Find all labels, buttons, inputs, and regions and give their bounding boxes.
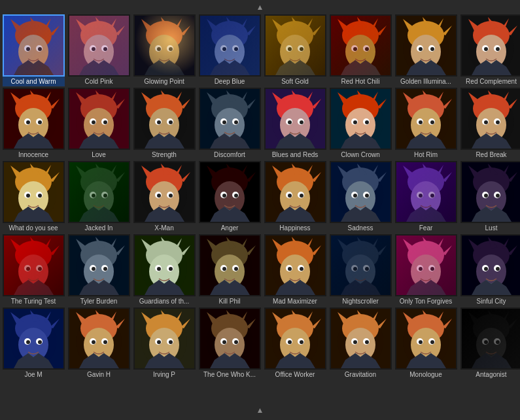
- grid-item-1[interactable]: Cold Pink: [67, 14, 131, 86]
- top-arrow[interactable]: ▲: [0, 0, 520, 14]
- grid-item-22[interactable]: Fear: [394, 161, 458, 233]
- grid-item-31[interactable]: Sinful City: [459, 234, 520, 306]
- grid-item-6[interactable]: Golden Illumina...: [394, 14, 458, 86]
- svg-point-404: [300, 267, 303, 271]
- grid-item-34[interactable]: Irving P: [132, 307, 196, 379]
- grid-item-4[interactable]: Soft Gold: [263, 14, 327, 86]
- svg-point-25: [92, 47, 95, 51]
- grid-item-13[interactable]: Clown Crown: [328, 88, 392, 160]
- svg-point-389: [222, 267, 226, 271]
- item-label-33: Gavin H: [68, 370, 130, 379]
- svg-point-557: [484, 340, 488, 344]
- thumb-canvas-15: [462, 89, 521, 149]
- thumb-wrapper-30: [395, 234, 457, 296]
- grid-item-0[interactable]: Cool and Warm: [1, 14, 65, 86]
- item-label-9: Love: [68, 150, 130, 160]
- thumb-canvas-32: [4, 309, 63, 368]
- grid-item-30[interactable]: Only Ton Forgives: [394, 234, 458, 306]
- thumb-canvas-18: [135, 162, 194, 222]
- thumb-canvas-14: [396, 89, 456, 149]
- grid-item-11[interactable]: Discomfort: [198, 88, 262, 160]
- svg-point-106: [476, 35, 506, 69]
- grid-item-12[interactable]: Blues and Reds: [263, 88, 327, 160]
- svg-point-363: [97, 273, 101, 276]
- svg-point-428: [411, 254, 441, 289]
- thumb-canvas-26: [135, 236, 194, 295]
- svg-point-68: [300, 47, 303, 51]
- item-label-17: Jacked In: [68, 223, 130, 233]
- svg-point-559: [489, 347, 493, 349]
- svg-point-81: [353, 47, 357, 51]
- svg-point-330: [476, 181, 506, 215]
- grid-item-25[interactable]: Tyler Burden: [67, 234, 131, 306]
- svg-point-193: [353, 120, 357, 124]
- svg-point-375: [157, 267, 161, 271]
- grid-item-35[interactable]: The One Who K...: [198, 307, 262, 379]
- grid-item-28[interactable]: Mad Maximizer: [263, 234, 327, 306]
- grid-item-10[interactable]: Strength: [132, 88, 196, 160]
- svg-point-92: [411, 35, 441, 69]
- bottom-arrow[interactable]: ▲: [0, 403, 520, 417]
- thumb-canvas-11: [200, 89, 260, 149]
- grid-item-29[interactable]: Nightscroller: [328, 234, 392, 306]
- item-label-37: Gravitation: [330, 370, 392, 379]
- grid-item-7[interactable]: Red Complement: [459, 14, 520, 86]
- item-label-32: Joe M: [3, 370, 65, 379]
- grid-item-33[interactable]: Gavin H: [67, 307, 131, 379]
- svg-point-167: [228, 127, 232, 130]
- svg-point-176: [280, 108, 310, 142]
- svg-point-218: [476, 108, 506, 142]
- grid-item-19[interactable]: Anger: [198, 161, 262, 233]
- svg-point-517: [293, 347, 297, 349]
- thumb-canvas-25: [69, 236, 129, 295]
- grid-item-36[interactable]: Office Worker: [263, 307, 327, 379]
- thumb-canvas-23: [462, 162, 521, 222]
- grid-item-39[interactable]: Antagonist: [459, 307, 520, 379]
- grid-item-3[interactable]: Deep Blue: [198, 14, 262, 86]
- svg-point-516: [300, 340, 303, 344]
- svg-point-320: [430, 194, 434, 198]
- grid-item-27[interactable]: Kill Phil: [198, 234, 262, 306]
- svg-point-544: [430, 340, 434, 344]
- svg-point-461: [31, 347, 35, 349]
- svg-point-526: [345, 328, 375, 362]
- grid-item-18[interactable]: X-Man: [132, 161, 196, 233]
- grid-item-5[interactable]: Red Hot Chili: [328, 14, 392, 86]
- grid-item-21[interactable]: Sadness: [328, 161, 392, 233]
- grid-item-17[interactable]: Jacked In: [67, 161, 131, 233]
- svg-point-361: [92, 267, 95, 271]
- thumb-canvas-19: [200, 162, 260, 222]
- thumb-wrapper-38: [395, 307, 457, 370]
- grid-item-23[interactable]: Lust: [459, 161, 520, 233]
- svg-point-208: [430, 120, 434, 124]
- grid-item-26[interactable]: Guardians of th...: [132, 234, 196, 306]
- thumb-wrapper-14: [395, 88, 457, 150]
- grid-item-2[interactable]: Glowing Point: [132, 14, 196, 86]
- svg-point-293: [293, 200, 297, 203]
- svg-point-27: [97, 54, 101, 56]
- grid-item-15[interactable]: Red Break: [459, 88, 520, 160]
- grid-item-20[interactable]: Happiness: [263, 161, 327, 233]
- thumb-wrapper-36: [264, 307, 326, 370]
- thumb-canvas-27: [200, 236, 260, 295]
- grid-item-32[interactable]: Joe M: [1, 307, 65, 379]
- thumb-canvas-38: [396, 309, 456, 368]
- grid-item-16[interactable]: What do you see: [1, 161, 65, 233]
- item-label-34: Irving P: [133, 370, 196, 379]
- svg-point-274: [215, 181, 245, 215]
- item-label-38: Monologue: [395, 370, 457, 379]
- grid-item-38[interactable]: Monologue: [394, 307, 458, 379]
- grid-item-37[interactable]: Gravitation: [328, 307, 392, 379]
- svg-point-279: [228, 200, 232, 203]
- grid-item-24[interactable]: The Turing Test: [1, 234, 65, 306]
- thumb-wrapper-34: [133, 307, 196, 370]
- grid-item-14[interactable]: Hot Rim: [394, 88, 458, 160]
- grid-item-9[interactable]: Love: [67, 88, 131, 160]
- grid-item-8[interactable]: Innocence: [1, 88, 65, 160]
- svg-point-110: [496, 47, 500, 51]
- svg-point-473: [92, 340, 95, 344]
- thumb-canvas-7: [462, 16, 521, 75]
- thumb-canvas-9: [69, 89, 129, 149]
- grid-container: Cool and Warm Cold Pink: [0, 14, 520, 379]
- item-label-11: Discomfort: [199, 150, 261, 160]
